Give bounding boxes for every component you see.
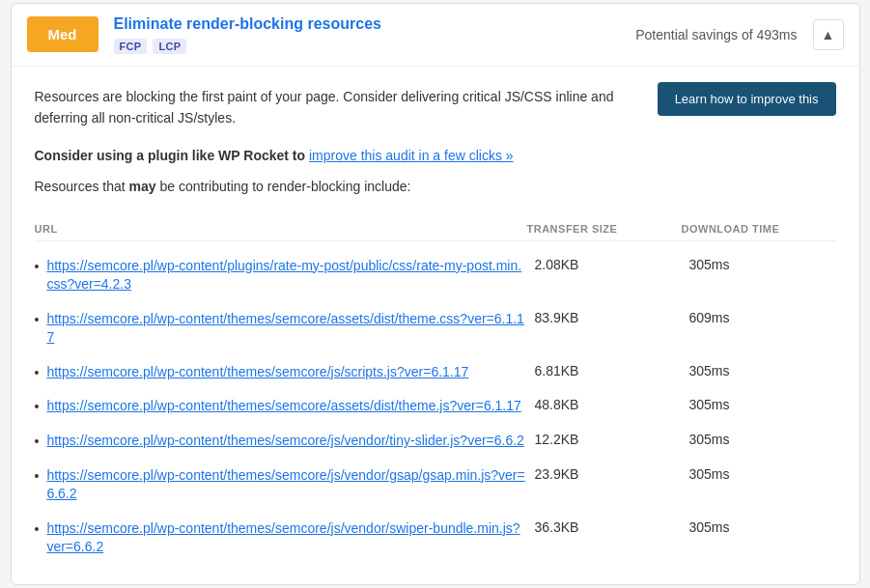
bullet-icon: • xyxy=(35,312,40,327)
resource-url[interactable]: https://semcore.pl/wp-content/themes/sem… xyxy=(46,519,526,557)
url-cell: • https://semcore.pl/wp-content/themes/s… xyxy=(35,519,527,557)
table-header: URL TRANSFER SIZE DOWNLOAD TIME xyxy=(35,217,836,241)
bullet-icon: • xyxy=(35,521,40,537)
savings-text: Potential savings of 493ms xyxy=(635,27,797,42)
description-row: Resources are blocking the first paint o… xyxy=(35,86,836,129)
download-time: 305ms xyxy=(682,432,836,447)
bullet-icon: • xyxy=(35,434,40,449)
render-note-bold: may xyxy=(129,179,156,194)
learn-button[interactable]: Learn how to improve this xyxy=(658,82,836,116)
transfer-size: 48.8KB xyxy=(527,397,682,412)
resources-table: URL TRANSFER SIZE DOWNLOAD TIME • https:… xyxy=(35,217,836,566)
table-row: • https://semcore.pl/wp-content/themes/s… xyxy=(35,389,836,424)
table-row: • https://semcore.pl/wp-content/plugins/… xyxy=(35,249,836,302)
bullet-icon: • xyxy=(35,259,40,274)
resource-url[interactable]: https://semcore.pl/wp-content/themes/sem… xyxy=(46,397,520,416)
transfer-size: 36.3KB xyxy=(527,519,682,535)
col-time: DOWNLOAD TIME xyxy=(682,223,836,235)
resource-url[interactable]: https://semcore.pl/wp-content/themes/sem… xyxy=(46,432,524,451)
description-text: Resources are blocking the first paint o… xyxy=(35,86,642,129)
download-time: 305ms xyxy=(682,519,836,535)
audit-body: Resources are blocking the first paint o… xyxy=(12,67,859,584)
url-cell: • https://semcore.pl/wp-content/themes/s… xyxy=(35,363,527,382)
col-url: URL xyxy=(35,223,527,235)
plugin-suggestion: Consider using a plugin like WP Rocket t… xyxy=(35,145,836,166)
transfer-size: 83.9KB xyxy=(527,310,682,325)
fcp-tag: FCP xyxy=(114,39,148,54)
url-cell: • https://semcore.pl/wp-content/themes/s… xyxy=(35,432,527,451)
download-time: 305ms xyxy=(682,466,836,482)
download-time: 305ms xyxy=(682,363,836,378)
url-cell: • https://semcore.pl/wp-content/plugins/… xyxy=(35,257,527,294)
tags-container: FCP LCP xyxy=(114,39,621,54)
transfer-size: 6.81KB xyxy=(527,363,682,378)
transfer-size: 23.9KB xyxy=(527,466,682,482)
table-row: • https://semcore.pl/wp-content/themes/s… xyxy=(35,355,836,390)
resource-url[interactable]: https://semcore.pl/wp-content/themes/sem… xyxy=(46,310,526,348)
transfer-size: 2.08KB xyxy=(527,257,682,272)
resource-url[interactable]: https://semcore.pl/wp-content/themes/sem… xyxy=(46,466,526,504)
bullet-icon: • xyxy=(35,468,40,484)
plugin-prefix: Consider using a plugin like WP Rocket t… xyxy=(35,148,309,163)
download-time: 609ms xyxy=(682,310,836,325)
render-note-prefix: Resources that xyxy=(35,179,129,194)
collapse-button[interactable]: ▲ xyxy=(813,19,844,50)
plugin-link[interactable]: improve this audit in a few clicks » xyxy=(309,148,514,163)
download-time: 305ms xyxy=(682,257,836,272)
lcp-tag: LCP xyxy=(153,39,186,54)
table-row: • https://semcore.pl/wp-content/themes/s… xyxy=(35,424,836,459)
audit-header: Med Eliminate render-blocking resources … xyxy=(12,4,859,67)
resource-url[interactable]: https://semcore.pl/wp-content/plugins/ra… xyxy=(46,257,526,294)
resource-url[interactable]: https://semcore.pl/wp-content/themes/sem… xyxy=(46,363,468,382)
bullet-icon: • xyxy=(35,365,40,380)
download-time: 305ms xyxy=(682,397,836,412)
col-size: TRANSFER SIZE xyxy=(527,223,682,235)
table-row: • https://semcore.pl/wp-content/themes/s… xyxy=(35,512,836,565)
url-cell: • https://semcore.pl/wp-content/themes/s… xyxy=(35,466,527,504)
url-cell: • https://semcore.pl/wp-content/themes/s… xyxy=(35,310,527,348)
audit-title: Eliminate render-blocking resources xyxy=(114,15,621,33)
render-note: Resources that may be contributing to re… xyxy=(35,176,836,197)
bullet-icon: • xyxy=(35,399,40,414)
render-note-suffix: be contributing to render-blocking inclu… xyxy=(156,179,411,194)
title-block: Eliminate render-blocking resources FCP … xyxy=(114,15,621,54)
severity-badge: Med xyxy=(27,16,98,52)
table-rows: • https://semcore.pl/wp-content/plugins/… xyxy=(35,249,836,566)
transfer-size: 12.2KB xyxy=(527,432,682,447)
audit-card: Med Eliminate render-blocking resources … xyxy=(11,3,860,585)
table-row: • https://semcore.pl/wp-content/themes/s… xyxy=(35,459,836,512)
url-cell: • https://semcore.pl/wp-content/themes/s… xyxy=(35,397,527,416)
table-row: • https://semcore.pl/wp-content/themes/s… xyxy=(35,302,836,355)
